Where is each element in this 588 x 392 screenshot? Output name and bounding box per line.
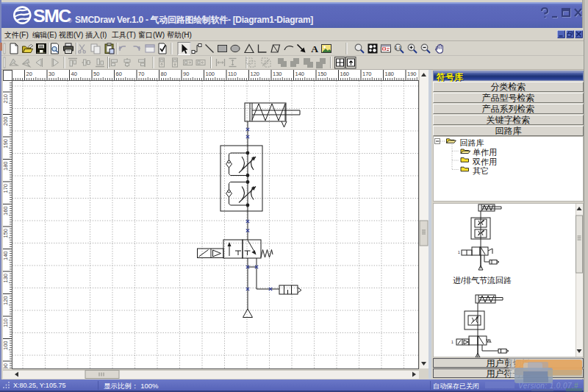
svg-text:90: 90 (3, 363, 9, 368)
svg-text:40: 40 (71, 71, 77, 77)
svg-text:190: 190 (3, 139, 9, 149)
svg-text:110: 110 (3, 318, 9, 327)
svg-text:80: 80 (161, 71, 167, 77)
svg-text:130: 130 (3, 274, 9, 283)
svg-text:140: 140 (295, 71, 305, 77)
svg-text:110: 110 (228, 71, 237, 77)
svg-text:1: 1 (451, 340, 453, 344)
svg-text:100: 100 (3, 341, 9, 351)
svg-text:1:1: 1:1 (395, 46, 401, 50)
svg-text:90: 90 (183, 71, 189, 77)
svg-text:50: 50 (93, 71, 99, 77)
svg-text:180: 180 (385, 71, 395, 77)
svg-text:150: 150 (3, 229, 9, 238)
svg-text:150: 150 (318, 71, 327, 77)
svg-text:210: 210 (3, 94, 9, 104)
svg-text:190: 190 (407, 71, 417, 77)
svg-text:120: 120 (251, 71, 260, 77)
svg-text:SMC: SMC (33, 6, 71, 25)
svg-text:100: 100 (206, 71, 215, 77)
svg-text:140: 140 (3, 252, 9, 261)
svg-text:30: 30 (49, 71, 54, 77)
svg-text:170: 170 (3, 184, 9, 193)
svg-text:170: 170 (362, 71, 372, 77)
svg-text:1: 1 (458, 250, 460, 254)
svg-text:160: 160 (340, 71, 350, 77)
svg-text:70: 70 (138, 71, 144, 77)
svg-text:20: 20 (26, 71, 32, 77)
svg-text:160: 160 (3, 207, 9, 216)
svg-text:120: 120 (3, 296, 9, 306)
svg-text:A: A (311, 43, 318, 54)
svg-text:180: 180 (3, 162, 9, 171)
svg-text:60: 60 (116, 71, 122, 77)
svg-text:130: 130 (273, 71, 282, 77)
svg-text:200: 200 (3, 117, 9, 126)
